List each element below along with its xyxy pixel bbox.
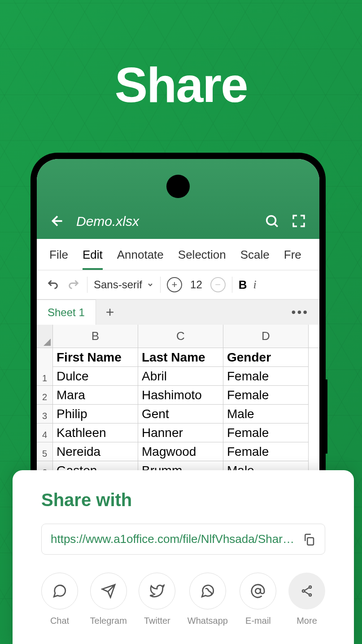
sheet-tab-1[interactable]: Sheet 1 [37,300,96,325]
cell[interactable]: Abril [138,367,223,386]
share-option-twitter[interactable]: Twitter [139,573,175,626]
svg-point-2 [256,588,261,593]
row-number[interactable]: 5 [37,442,53,461]
tab-scale[interactable]: Scale [240,248,270,270]
cell[interactable]: Kathleen [53,423,138,442]
share-label: Telegram [90,616,127,626]
cell[interactable]: Mara [53,386,138,405]
cell[interactable]: Dulce [53,367,138,386]
share-options-row: Chat Telegram Twitter Whatsapp E-mail [41,573,325,626]
italic-button[interactable]: i [253,278,257,291]
column-header-c[interactable]: C [138,325,223,348]
cell[interactable]: Gent [138,405,223,423]
share-label: Twitter [144,616,170,626]
cell[interactable]: Female [223,367,309,386]
cell[interactable]: Philip [53,405,138,423]
app-header: Demo.xlsx [37,159,319,239]
bold-button[interactable]: B [239,278,247,292]
increase-font-icon[interactable]: + [167,277,182,292]
back-arrow-icon[interactable] [49,213,65,229]
telegram-icon [90,573,127,609]
chat-icon [41,573,78,609]
cell[interactable]: Nereida [53,442,138,461]
more-options-icon[interactable]: ••• [281,305,319,319]
tab-freeze[interactable]: Fre [284,248,301,270]
row-number[interactable]: 1 [37,348,53,386]
share-option-telegram[interactable]: Telegram [90,573,127,626]
font-size-value: 12 [190,278,202,291]
share-option-more[interactable]: More [288,573,325,626]
share-url-text: https://www.a1office.com/file/NlfVhsada/… [51,532,295,546]
cell[interactable]: Hashimoto [138,386,223,405]
cell[interactable]: Male [223,405,309,423]
decrease-font-icon[interactable]: − [210,277,226,292]
share-option-whatsapp[interactable]: Whatsapp [188,573,228,626]
sheet-tabs-bar: Sheet 1 + ••• [37,300,319,325]
tab-file[interactable]: File [49,248,68,270]
menu-tabs: File Edit Annotate Selection Scale Fre [37,239,319,270]
tab-annotate[interactable]: Annotate [117,248,164,270]
twitter-icon [139,573,175,609]
share-label: E-mail [245,616,271,626]
svg-point-3 [309,586,311,588]
share-label: More [297,616,317,626]
font-select[interactable]: Sans-serif [94,278,154,291]
share-url-box[interactable]: https://www.a1office.com/file/NlfVhsada/… [41,524,325,555]
email-icon [240,573,276,609]
cell[interactable]: Magwood [138,442,223,461]
cell[interactable]: Female [223,442,309,461]
svg-rect-1 [307,538,314,545]
svg-point-4 [302,590,305,592]
row-number[interactable]: 4 [37,423,53,442]
undo-icon[interactable] [46,278,60,292]
fullscreen-icon[interactable] [291,213,307,229]
tab-selection[interactable]: Selection [178,248,226,270]
add-sheet-icon[interactable]: + [96,304,124,321]
share-panel-title: Share with [41,490,325,510]
redo-icon[interactable] [66,278,81,292]
svg-point-5 [309,594,311,596]
cell-header[interactable]: First Name [53,348,138,367]
share-panel: Share with https://www.a1office.com/file… [13,470,354,644]
page-title: Share [0,56,362,113]
cell[interactable]: Female [223,386,309,405]
tab-edit[interactable]: Edit [83,248,103,270]
file-name: Demo.xlsx [76,214,253,229]
select-all-corner[interactable] [37,325,53,348]
share-option-email[interactable]: E-mail [240,573,276,626]
search-icon[interactable] [264,213,280,229]
more-icon [288,573,325,609]
copy-icon[interactable] [302,533,316,546]
cell-header[interactable]: Gender [223,348,309,367]
svg-point-0 [267,216,276,225]
column-header-d[interactable]: D [223,325,309,348]
whatsapp-icon [189,573,226,609]
cell[interactable]: Female [223,423,309,442]
share-label: Chat [50,616,69,626]
toolbar: Sans-serif + 12 − B i [37,270,319,300]
share-label: Whatsapp [188,616,228,626]
cell-header[interactable]: Last Name [138,348,223,367]
camera-notch [166,175,190,198]
column-header-b[interactable]: B [53,325,138,348]
row-number[interactable]: 2 [37,386,53,405]
share-option-chat[interactable]: Chat [41,573,78,626]
row-number[interactable]: 3 [37,405,53,423]
cell[interactable]: Hanner [138,423,223,442]
